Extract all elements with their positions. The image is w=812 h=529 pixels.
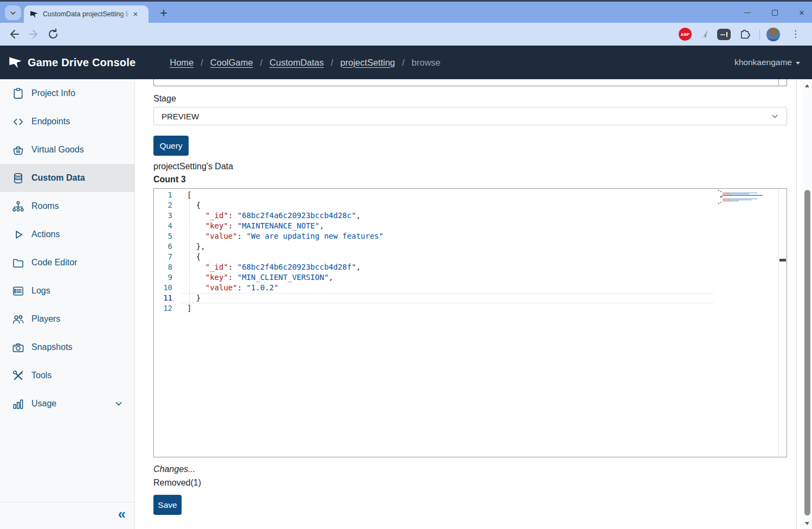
browser-toolbar: console.gamedrive.cc/projects/68a045fbde…: [0, 23, 812, 46]
query-button[interactable]: Query: [153, 136, 189, 156]
people-icon: [12, 313, 24, 326]
window-maximize-button[interactable]: [769, 7, 781, 18]
code-line[interactable]: 8 "_id": "68bc2f4b6c20923bccb4d28f",: [154, 262, 787, 272]
reload-icon[interactable]: [47, 28, 60, 41]
sidebar-item-usage[interactable]: Usage: [0, 390, 134, 418]
sidebar-item-tools[interactable]: Tools: [0, 361, 134, 390]
extensions-puzzle-icon[interactable]: [739, 28, 751, 41]
query-filter-input[interactable]: [153, 79, 787, 86]
browser-tab[interactable]: CustomData projectSetting Brow ×: [24, 5, 149, 23]
sidebar-item-label: Project Info: [31, 88, 75, 98]
sidebar-item-code-editor[interactable]: Code Editor: [0, 248, 134, 277]
bar-chart-icon: [12, 398, 24, 410]
forward-arrow-icon[interactable]: [27, 28, 40, 41]
browser-menu-icon[interactable]: ⋮: [791, 28, 800, 41]
game-drive-logo: [8, 55, 23, 70]
scrollbar-thumb[interactable]: [804, 190, 810, 515]
browser-window: CustomData projectSetting Brow × + × con…: [0, 0, 812, 529]
breadcrumb-coolgame[interactable]: CoolGame: [210, 58, 253, 68]
sidebar-item-label: Virtual Goods: [31, 145, 84, 155]
browser-titlebar: CustomData projectSetting Brow × + ×: [0, 0, 812, 23]
sidebar-item-label: Logs: [31, 286, 50, 296]
sitemap-icon: [12, 200, 24, 213]
line-number: 7: [154, 252, 172, 262]
code-area[interactable]: 1[2 {3 "_id": "68bc2f4a6c20923bccb4d28c"…: [154, 190, 787, 314]
page-scrollbar[interactable]: [803, 79, 812, 529]
code-line[interactable]: 7 {: [154, 252, 787, 262]
changes-label: Changes...: [153, 464, 195, 474]
sidebar-item-project-info[interactable]: Project Info: [0, 79, 134, 107]
code-line[interactable]: 11 }: [154, 293, 787, 303]
camera-icon: [12, 341, 24, 354]
code-line[interactable]: 2 {: [154, 200, 787, 211]
code-icon: [12, 116, 24, 128]
stage-select[interactable]: PREVIEW: [153, 107, 787, 125]
sidebar-item-label: Endpoints: [31, 117, 70, 126]
code-line[interactable]: 1[: [154, 190, 787, 200]
sidebar-item-endpoints[interactable]: Endpoints: [0, 107, 134, 136]
breadcrumb-projectsetting[interactable]: projectSetting: [340, 58, 395, 68]
data-title: projectSetting's Data: [153, 162, 233, 171]
window-minimize-button[interactable]: [742, 7, 753, 18]
line-number: 4: [154, 221, 172, 231]
minimize-icon: [744, 12, 751, 13]
json-editor[interactable]: 1[2 {3 "_id": "68bc2f4a6c20923bccb4d28c"…: [153, 188, 787, 457]
sidebar-item-players[interactable]: Players: [0, 305, 134, 333]
removed-label: Removed(1): [153, 478, 201, 488]
main-content: Stage PREVIEW Query projectSetting's Dat…: [135, 79, 797, 529]
sidebar-item-label: Rooms: [31, 201, 59, 211]
play-icon: [12, 228, 24, 241]
app-header: Game Drive Console Home/CoolGame/CustomD…: [0, 46, 812, 79]
breadcrumb-customdatas[interactable]: CustomDatas: [269, 58, 324, 68]
toolbar-divider: [759, 29, 760, 40]
breadcrumb: Home/CoolGame/CustomDatas/projectSetting…: [170, 58, 440, 68]
editor-minimap[interactable]: [717, 190, 778, 204]
user-menu[interactable]: khonkaengame: [734, 58, 800, 67]
sidebar-item-label: Actions: [31, 230, 60, 239]
breadcrumb-browse: browse: [411, 58, 440, 68]
breadcrumb-home[interactable]: Home: [170, 58, 194, 68]
scrollbar-down-arrow[interactable]: [805, 522, 809, 525]
sidebar-item-label: Snapshots: [31, 342, 73, 352]
save-button[interactable]: Save: [153, 495, 182, 515]
sidebar: Project InfoEndpointsVirtual GoodsCustom…: [0, 79, 135, 529]
sidebar-item-snapshots[interactable]: Snapshots: [0, 333, 134, 361]
breadcrumb-separator: /: [331, 58, 333, 68]
sidebar-item-rooms[interactable]: Rooms: [0, 192, 134, 220]
stage-label: Stage: [153, 94, 176, 104]
code-line[interactable]: 9 "key": "MIN_CLIENT_VERSION",: [154, 272, 787, 283]
code-line[interactable]: 6 },: [154, 241, 787, 252]
code-line[interactable]: 5 "value": "We are updating new features…: [154, 231, 787, 241]
scrollbar-up-arrow[interactable]: [805, 84, 809, 87]
clipboard-icon: [12, 87, 24, 100]
code-line[interactable]: 12]: [154, 303, 787, 314]
breadcrumb-separator: /: [260, 58, 263, 68]
code-line[interactable]: 3 "_id": "68bc2f4a6c20923bccb4d28c",: [154, 211, 787, 221]
sidebar-collapse-button[interactable]: «: [118, 507, 126, 521]
chevron-down-icon: [9, 9, 17, 17]
line-number: 5: [154, 231, 172, 241]
back-arrow-icon[interactable]: [8, 28, 21, 41]
code-line[interactable]: 4 "key": "MAINTENANCE_NOTE",: [154, 221, 787, 231]
dots-extension-icon[interactable]: •••: [717, 29, 731, 40]
sidebar-item-label: Usage: [31, 399, 56, 409]
code-line[interactable]: 10 "value": "1.0.2": [154, 283, 787, 293]
tab-close-icon[interactable]: ×: [131, 9, 140, 19]
tab-search-button[interactable]: [5, 5, 21, 20]
sidebar-item-virtual-goods[interactable]: Virtual Goods: [0, 136, 134, 164]
sidebar-item-custom-data[interactable]: Custom Data: [0, 164, 134, 192]
favicon-game-drive-icon: [29, 10, 38, 19]
maximize-icon: [772, 10, 778, 16]
database-icon: [12, 172, 24, 184]
new-tab-button[interactable]: +: [156, 6, 171, 21]
paper-plane-extension-icon[interactable]: [699, 28, 711, 41]
window-close-button[interactable]: ×: [796, 7, 808, 18]
folder-icon: [12, 257, 24, 269]
sidebar-item-logs[interactable]: Logs: [0, 277, 134, 305]
sidebar-item-actions[interactable]: Actions: [0, 220, 134, 248]
line-number: 8: [154, 262, 172, 272]
profile-avatar[interactable]: [766, 27, 781, 42]
overview-ruler[interactable]: [778, 189, 787, 457]
basket-icon: [12, 144, 24, 156]
adblock-extension-icon[interactable]: ABP: [679, 28, 692, 41]
